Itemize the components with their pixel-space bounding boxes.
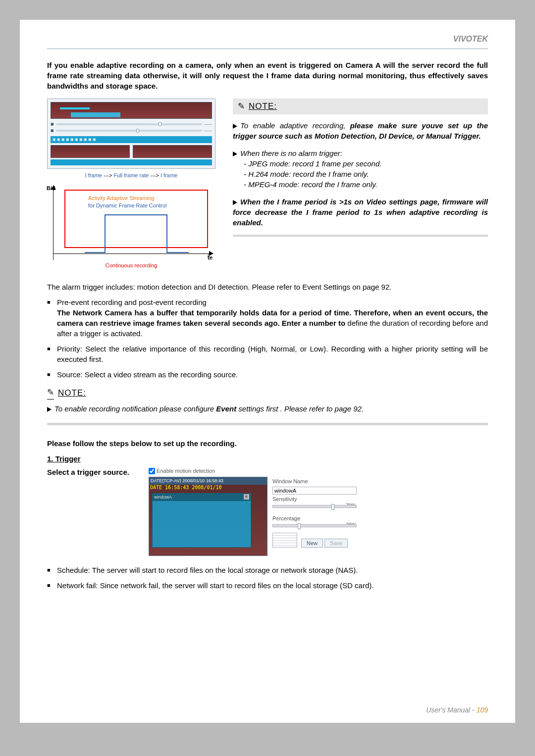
- section-divider: [47, 423, 488, 425]
- close-icon[interactable]: ×: [244, 494, 249, 500]
- bullet-arrow-icon: [233, 151, 237, 156]
- page-number: 109: [477, 706, 488, 714]
- figure-left-column: ◼—— ◼—— ▣ ▣ ▣ ▣ ▣ ▣ ▣ ▣ ▣ ▣ I frame --->…: [47, 99, 215, 269]
- note2-text: To enable recording notification please …: [47, 403, 488, 414]
- motion-controls: Window Name Sensitivity 70% Percentage 3…: [272, 477, 357, 556]
- note-label: NOTE:: [58, 387, 86, 399]
- brand-label: VIVOTEK: [20, 35, 515, 49]
- note-header: ✎ NOTE:: [233, 99, 488, 114]
- sensitivity-slider[interactable]: [272, 505, 357, 508]
- note1-bullet2: When there is no alarm trigger: - JPEG m…: [233, 148, 488, 190]
- motion-level-indicator: [272, 533, 297, 548]
- steps-intro: Please follow the steps below to set up …: [47, 438, 488, 449]
- bullet-arrow-icon: [47, 407, 52, 412]
- motion-detection-screenshot: Enable motion detection DATE(TCP-AV) 200…: [149, 467, 357, 556]
- footer: User's Manual - 109: [426, 706, 488, 714]
- bandwidth-chart: B/d Activity Adaptive Streaming for Dyna…: [53, 186, 215, 260]
- camera-osd: DATE 16:58:43 2008/01/10: [150, 484, 222, 491]
- chart-caption-continuous: Continuous recording: [47, 262, 215, 269]
- chart-annotation-dfr: for Dynamic Frame Rate Control: [88, 202, 166, 209]
- bullet-arrow-icon: [233, 200, 237, 205]
- note-box-1: ✎ NOTE: To enable adaptive recording, pl…: [233, 99, 488, 269]
- bullet-source: Source: Select a video stream as the rec…: [47, 369, 488, 380]
- window-name-input[interactable]: [272, 487, 357, 495]
- note1-bullet1: To enable adaptive recording, please mak…: [233, 120, 488, 141]
- step1-heading: 1. Trigger: [47, 454, 488, 464]
- step1-subline: Select a trigger source.: [47, 468, 129, 476]
- bullet-network-fail: Network fail: Since network fail, the se…: [47, 580, 488, 591]
- motion-window[interactable]: windowA×: [152, 493, 251, 548]
- streaming-panel-screenshot: ◼—— ◼—— ▣ ▣ ▣ ▣ ▣ ▣ ▣ ▣ ▣ ▣: [47, 99, 215, 169]
- note-header-2: ✎ NOTE:: [47, 387, 488, 400]
- figure-row: ◼—— ◼—— ▣ ▣ ▣ ▣ ▣ ▣ ▣ ▣ ▣ ▣ I frame --->…: [47, 99, 488, 269]
- pencil-icon: ✎: [238, 101, 245, 112]
- manual-page: VIVOTEK If you enable adaptive recording…: [20, 20, 515, 723]
- note-divider: [233, 235, 488, 237]
- enable-motion-checkbox[interactable]: [149, 468, 155, 474]
- enable-motion-row: Enable motion detection: [149, 467, 357, 475]
- enable-motion-label: Enable motion detection: [157, 468, 215, 474]
- intro-paragraph: If you enable adaptive recording on a ca…: [47, 60, 488, 91]
- new-button[interactable]: New: [301, 539, 323, 548]
- camera-preview: DATE(TCP-AV) 2008/01/10 16:58:43 DATE 16…: [149, 477, 268, 556]
- bullet-priority: Priority: Select the relative importance…: [47, 344, 488, 364]
- pencil-icon: ✎: [47, 387, 54, 400]
- footer-label: User's Manual -: [426, 706, 476, 714]
- percentage-slider[interactable]: [272, 524, 357, 527]
- bullet-pre-post: Pre-event recording and post-event recor…: [47, 297, 488, 339]
- alarm-paragraph: The alarm trigger includes: motion detec…: [47, 282, 488, 292]
- content-area: If you enable adaptive recording on a ca…: [20, 60, 515, 591]
- note1-bullet3: When the I frame period is >1s on Video …: [233, 197, 488, 228]
- bullet-schedule: Schedule: The server will start to recor…: [47, 565, 488, 575]
- note-label: NOTE:: [249, 101, 277, 112]
- chart-annotation-aas: Activity Adaptive Streaming: [88, 195, 154, 202]
- save-button[interactable]: Save: [324, 539, 348, 548]
- window-name-label: Window Name: [272, 478, 357, 485]
- camera-titlebar: DATE(TCP-AV) 2008/01/10 16:58:43: [149, 477, 267, 485]
- chart-step-line: [85, 203, 189, 253]
- bullet-arrow-icon: [233, 124, 237, 129]
- divider: [47, 49, 488, 49]
- figure1-caption: I frame ---> Full frame rate ---> I fram…: [47, 172, 215, 179]
